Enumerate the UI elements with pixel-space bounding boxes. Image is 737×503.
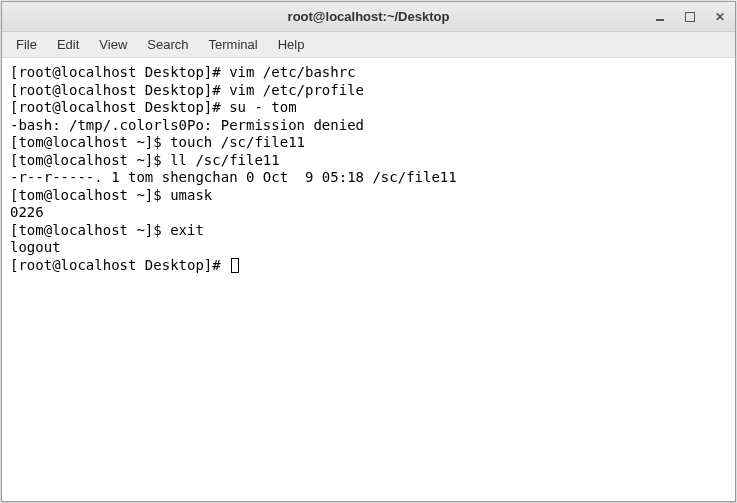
- terminal-line: 0226: [10, 204, 727, 222]
- menubar: File Edit View Search Terminal Help: [2, 32, 735, 58]
- terminal-line: -bash: /tmp/.colorls0Po: Permission deni…: [10, 117, 727, 135]
- terminal-line: [tom@localhost ~]$ touch /sc/file11: [10, 134, 727, 152]
- terminal-line: [tom@localhost ~]$ exit: [10, 222, 727, 240]
- maximize-icon[interactable]: [681, 8, 699, 26]
- terminal-line: -r--r-----. 1 tom shengchan 0 Oct 9 05:1…: [10, 169, 727, 187]
- menu-view[interactable]: View: [89, 34, 137, 55]
- terminal-line: logout: [10, 239, 727, 257]
- cursor-icon: [231, 258, 239, 273]
- terminal-line: [root@localhost Desktop]# vim /etc/bashr…: [10, 64, 727, 82]
- terminal-line: [tom@localhost ~]$ ll /sc/file11: [10, 152, 727, 170]
- terminal-line: [root@localhost Desktop]#: [10, 257, 727, 275]
- terminal-line: [root@localhost Desktop]# vim /etc/profi…: [10, 82, 727, 100]
- terminal-line: [tom@localhost ~]$ umask: [10, 187, 727, 205]
- minimize-icon[interactable]: [651, 8, 669, 26]
- close-icon[interactable]: [711, 8, 729, 26]
- menu-edit[interactable]: Edit: [47, 34, 89, 55]
- menu-help[interactable]: Help: [268, 34, 315, 55]
- menu-file[interactable]: File: [6, 34, 47, 55]
- menu-terminal[interactable]: Terminal: [199, 34, 268, 55]
- window-title: root@localhost:~/Desktop: [2, 9, 735, 24]
- terminal-line: [root@localhost Desktop]# su - tom: [10, 99, 727, 117]
- terminal-output[interactable]: [root@localhost Desktop]# vim /etc/bashr…: [2, 58, 735, 501]
- terminal-window: root@localhost:~/Desktop File Edit View …: [1, 1, 736, 502]
- window-controls: [651, 8, 729, 26]
- menu-search[interactable]: Search: [137, 34, 198, 55]
- titlebar[interactable]: root@localhost:~/Desktop: [2, 2, 735, 32]
